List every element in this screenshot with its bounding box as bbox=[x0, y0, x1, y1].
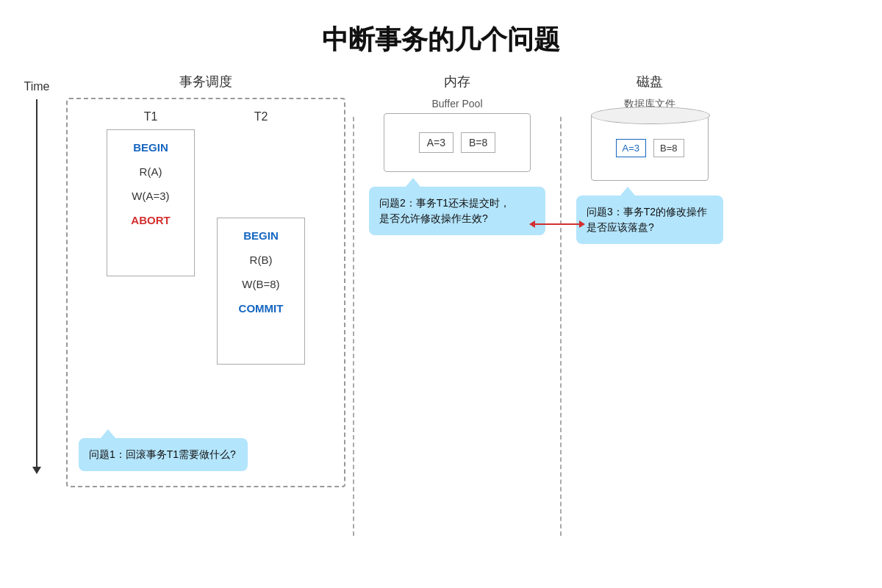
buffer-pool-container: Buffer Pool A=3 B=8 bbox=[362, 98, 553, 172]
t1-ra: R(A) bbox=[140, 165, 162, 178]
tx-outer-box: T1 BEGIN R(A) W(A=3) ABORT T2 BEGIN R(B)… bbox=[66, 98, 345, 487]
tx-columns: T1 BEGIN R(A) W(A=3) ABORT T2 BEGIN R(B)… bbox=[82, 110, 329, 365]
page-title: 中断事务的几个问题 bbox=[0, 0, 882, 73]
disk-cell-b: B=8 bbox=[653, 139, 684, 157]
callout-3-text: 问题3：事务T2的修改操作是否应该落盘? bbox=[587, 206, 707, 233]
arrow-down-icon bbox=[32, 467, 41, 474]
callout-1-text: 问题1：回滚事务T1需要做什么? bbox=[89, 448, 236, 460]
callout-1: 问题1：回滚事务T1需要做什么? bbox=[79, 438, 248, 471]
t2-column: T2 BEGIN R(B) W(B=8) COMMIT bbox=[217, 110, 305, 365]
t1-abort: ABORT bbox=[131, 214, 170, 226]
arrow-line bbox=[535, 223, 579, 225]
t2-label: T2 bbox=[254, 110, 268, 123]
disk-section: 磁盘 数据库文件 A=3 B=8 问题3：事务T2的修改操作是否应该落盘? bbox=[562, 73, 738, 244]
memory-section: 内存 Buffer Pool A=3 B=8 问题2：事务T1还未提交时，是否允… bbox=[354, 73, 560, 235]
t1-label: T1 bbox=[144, 110, 158, 123]
bp-disk-arrow bbox=[529, 220, 585, 228]
t2-inner-box: BEGIN R(B) W(B=8) COMMIT bbox=[217, 218, 305, 365]
time-arrow bbox=[32, 99, 41, 474]
t2-wb: W(B=8) bbox=[242, 278, 279, 290]
buffer-pool-label: Buffer Pool bbox=[362, 98, 553, 110]
tx-schedule-section: 事务调度 T1 BEGIN R(A) W(A=3) ABORT T2 bbox=[59, 73, 353, 487]
mem-cell-a: A=3 bbox=[419, 132, 453, 153]
arrow-left-head bbox=[529, 220, 535, 228]
time-line bbox=[36, 99, 37, 467]
mem-cell-b: B=8 bbox=[461, 132, 495, 153]
t2-rb: R(B) bbox=[250, 254, 273, 266]
cylinder-container: 数据库文件 A=3 B=8 bbox=[591, 98, 709, 181]
memory-title: 内存 bbox=[362, 73, 553, 90]
disk-cell-a: A=3 bbox=[616, 139, 647, 157]
callout-2: 问题2：事务T1还未提交时，是否允许修改操作生效? bbox=[369, 187, 545, 235]
disk-title: 磁盘 bbox=[569, 73, 731, 90]
cylinder: A=3 B=8 bbox=[591, 115, 709, 181]
arrow-right-head bbox=[579, 220, 585, 228]
t1-wa: W(A=3) bbox=[132, 190, 169, 202]
buffer-pool-box: A=3 B=8 bbox=[384, 113, 531, 172]
t1-column: T1 BEGIN R(A) W(A=3) ABORT bbox=[107, 110, 195, 365]
t2-begin: BEGIN bbox=[243, 229, 279, 242]
t2-commit: COMMIT bbox=[239, 302, 284, 315]
time-axis: Time bbox=[15, 73, 59, 474]
t1-inner-box: BEGIN R(A) W(A=3) ABORT bbox=[107, 129, 195, 276]
time-label: Time bbox=[24, 80, 50, 93]
tx-schedule-title: 事务调度 bbox=[66, 73, 345, 90]
t1-begin: BEGIN bbox=[133, 141, 168, 154]
callout-3: 问题3：事务T2的修改操作是否应该落盘? bbox=[576, 196, 723, 244]
callout-2-text: 问题2：事务T1还未提交时，是否允许修改操作生效? bbox=[379, 197, 510, 224]
